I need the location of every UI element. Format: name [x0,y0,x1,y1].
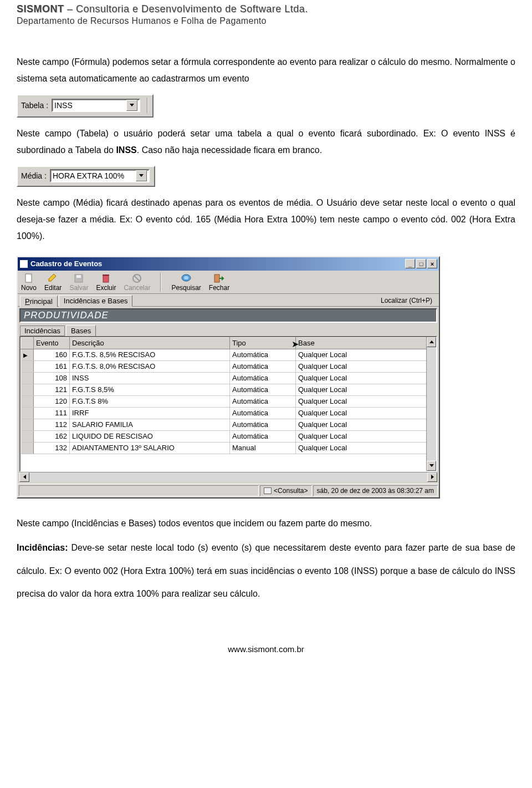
cell-tipo: Automática [230,372,296,384]
svg-point-10 [184,276,188,279]
cell-tipo: Automática [230,384,296,395]
company-line: SISMONT – Consultoria e Desenvolvimento … [17,3,515,15]
excluir-button[interactable]: Excluir [96,273,116,292]
window-titlebar: Cadastro de Eventos _ □ × [18,257,439,271]
cell-base: Qualquer Local [296,349,436,360]
page-footer: www.sismont.com.br [17,644,515,654]
novo-button[interactable]: Novo [21,273,37,292]
grid-header-row: Evento Descrição Tipo➤ Base [21,337,436,349]
delete-icon [100,273,111,283]
cell-base: Qualquer Local [296,442,436,454]
cell-evento: 132 [34,442,70,454]
cancelar-button: Cancelar [124,273,150,292]
fechar-button[interactable]: Fechar [209,273,229,292]
cell-descricao: F.G.T.S 8% [70,395,230,407]
table-row[interactable]: 120F.G.T.S 8%AutomáticaQualquer Local [21,395,436,407]
save-icon [73,273,84,283]
table-row[interactable]: 132ADIANTAMENTO 13º SALARIOManualQualque… [21,442,436,454]
row-selector[interactable] [21,407,34,419]
row-selector[interactable] [21,372,34,384]
cell-tipo: Automática [230,349,296,360]
cell-descricao: IRRF [70,407,230,419]
subtab-bases[interactable]: Bases [66,325,96,336]
table-row[interactable]: 162LIQUIDO DE RESCISAOAutomáticaQualquer… [21,430,436,442]
row-selector-header [21,337,34,349]
cell-base: Qualquer Local [296,407,436,419]
table-row[interactable]: 112SALARIO FAMILIAAutomáticaQualquer Loc… [21,419,436,430]
status-mode: <Consulta> [260,485,311,496]
page-header: SISMONT – Consultoria e Desenvolvimento … [17,3,515,26]
produtividade-field: PRODUTIVIDADE [19,308,437,323]
row-selector[interactable] [21,430,34,442]
paragraph-media: Neste campo (Média) ficará destinado ape… [17,195,515,245]
paragraph-incidencias-detail: Incidências: Deve-se setar neste local t… [17,536,515,606]
row-selector[interactable] [21,419,34,430]
cell-base: Qualquer Local [296,384,436,395]
table-row[interactable]: 161F.G.T.S. 8,0% RESCISAOAutomáticaQualq… [21,360,436,372]
cell-evento: 161 [34,360,70,372]
tabela-combo[interactable]: INSS [52,99,140,112]
salvar-button: Salvar [69,273,88,292]
cell-tipo: Manual [230,442,296,454]
chevron-down-icon[interactable] [136,170,147,181]
col-evento[interactable]: Evento [34,337,70,349]
row-selector[interactable] [21,395,34,407]
media-combo[interactable]: HORA EXTRA 100% [50,169,150,182]
cell-descricao: LIQUIDO DE RESCISAO [70,430,230,442]
scroll-up-icon[interactable] [427,337,436,347]
row-selector[interactable] [21,384,34,395]
cell-base: Qualquer Local [296,419,436,430]
col-base[interactable]: Base [296,337,436,349]
localizar-hint: Localizar (Ctrl+P) [381,297,437,306]
cell-base: Qualquer Local [296,395,436,407]
svg-line-8 [134,276,140,281]
chevron-down-icon[interactable] [126,100,137,111]
tab-principal[interactable]: Principal [20,296,58,307]
horizontal-scrollbar[interactable] [19,472,437,482]
divider [147,98,148,113]
tab-incidencias-bases[interactable]: Incidências e Bases [59,295,133,307]
scroll-right-icon[interactable] [427,472,437,482]
cell-descricao: F.G.T.S 8,5% [70,384,230,395]
col-descricao[interactable]: Descrição [70,337,230,349]
table-row[interactable]: ▶160F.G.T.S. 8,5% RESCISAOAutomáticaQual… [21,349,436,360]
main-tabstrip: Principal Incidências e Bases Localizar … [18,294,439,307]
col-tipo[interactable]: Tipo➤ [230,337,296,349]
exit-icon [213,273,224,283]
close-button[interactable]: × [427,259,437,268]
pesquisar-button[interactable]: Pesquisar [171,273,201,292]
status-datetime: sáb, 20 de dez de 2003 às 08:30:27 am [313,485,438,496]
tabela-field-frame: Tabela : INSS [17,94,154,118]
search-icon [181,273,192,283]
new-icon [23,273,34,283]
keyboard-icon [264,487,272,494]
cell-base: Qualquer Local [296,430,436,442]
minimize-button[interactable]: _ [405,259,415,268]
grid: Evento Descrição Tipo➤ Base ▶160F.G.T.S.… [19,336,437,472]
department-line: Departamento de Recursos Humanos e Folha… [17,16,515,26]
media-field-frame: Média : HORA EXTRA 100% [17,166,155,187]
maximize-button[interactable]: □ [416,259,426,268]
row-selector[interactable] [21,360,34,372]
cancel-icon [131,273,142,283]
cell-descricao: INSS [70,372,230,384]
cell-descricao: F.G.T.S. 8,0% RESCISAO [70,360,230,372]
cell-evento: 121 [34,384,70,395]
svg-rect-4 [76,275,81,278]
scroll-down-icon[interactable] [427,461,436,471]
editar-button[interactable]: Editar [44,273,62,292]
svg-rect-11 [214,274,219,282]
vertical-scrollbar[interactable] [426,337,436,471]
subtab-incidencias[interactable]: Incidências [20,326,65,336]
row-selector[interactable] [21,442,34,454]
cell-evento: 162 [34,430,70,442]
app-icon [19,260,28,268]
row-selector[interactable]: ▶ [21,349,34,360]
table-row[interactable]: 111IRRFAutomáticaQualquer Local [21,407,436,419]
table-row[interactable]: 108INSSAutomáticaQualquer Local [21,372,436,384]
cell-evento: 120 [34,395,70,407]
cell-descricao: SALARIO FAMILIA [70,419,230,430]
table-row[interactable]: 121F.G.T.S 8,5%AutomáticaQualquer Local [21,384,436,395]
cell-evento: 111 [34,407,70,419]
scroll-left-icon[interactable] [19,472,29,482]
